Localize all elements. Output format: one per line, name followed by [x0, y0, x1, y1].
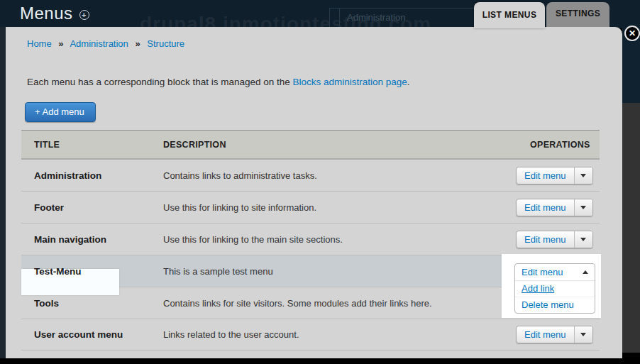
table-row: Main navigation Use this for linking to … [21, 224, 600, 255]
edit-menu-dropdown-open: Edit menu Add link Delete menu [514, 263, 595, 314]
menu-description: Use this for linking to the main site se… [163, 234, 516, 245]
table-row-test-menu: Test-Menu This is a sample test menu Edi… [21, 255, 600, 287]
screen: drupal8.inmotiontesting.com Administrati… [0, 0, 640, 364]
dropdown-item-add-link[interactable]: Add link [515, 281, 595, 297]
menu-title: Main navigation [21, 234, 163, 245]
add-menu-button[interactable]: + Add menu [25, 102, 96, 122]
column-header-description: DESCRIPTION [163, 140, 516, 150]
dropdown-spotlight: Edit menu Add link Delete menu [502, 254, 601, 318]
edit-menu-split-button[interactable]: Edit menu [516, 326, 593, 343]
dropdown-toggle[interactable] [574, 199, 592, 216]
column-header-title: TITLE [21, 140, 163, 150]
caret-down-icon [580, 174, 586, 177]
breadcrumb: Home » Administration » Structure [27, 38, 184, 49]
edit-menu-button[interactable]: Edit menu [517, 231, 574, 248]
menu-title: User account menu [21, 329, 163, 340]
caret-up-icon [583, 270, 588, 274]
breadcrumb-separator: » [135, 38, 140, 49]
edit-menu-button[interactable]: Edit menu [517, 326, 574, 343]
column-header-operations: OPERATIONS [516, 140, 600, 150]
edit-menu-split-button[interactable]: Edit menu [516, 167, 593, 184]
close-overlay-button[interactable]: ✕ [624, 26, 640, 41]
edit-menu-label[interactable]: Edit menu [522, 267, 563, 277]
toolbar-divider [339, 9, 340, 28]
tab-settings[interactable]: SETTINGS [546, 2, 609, 27]
menu-description: Contains links for site visitors. Some m… [163, 298, 516, 309]
caret-down-icon [580, 238, 586, 241]
background-page-left-edge [0, 27, 6, 358]
table-row: Footer Use this for linking to site info… [21, 192, 600, 224]
edit-menu-button[interactable]: Edit menu [517, 199, 574, 216]
menu-description: Links related to the user account. [163, 329, 516, 340]
menu-description: Contains links to administrative tasks. [163, 170, 516, 181]
menus-overlay-panel: Home » Administration » Structure Each m… [6, 27, 622, 358]
tab-list-menus[interactable]: LIST MENUS [474, 2, 545, 28]
operations-cell: Edit menu [516, 231, 600, 248]
background-page-right-edge [622, 103, 640, 353]
intro-text: Each menu has a corresponding block that… [27, 77, 410, 87]
page-title-text: Menus [20, 4, 73, 23]
intro-text-after: . [407, 77, 410, 87]
edit-menu-button[interactable]: Edit menu [515, 264, 595, 281]
blocks-administration-link[interactable]: Blocks administration page [293, 77, 407, 87]
edit-menu-split-button[interactable]: Edit menu [516, 199, 593, 216]
edit-menu-split-button[interactable]: Edit menu [516, 231, 593, 248]
page-title: Menus + [20, 4, 89, 23]
contextual-help-icon[interactable]: + [79, 10, 89, 20]
menu-title: Footer [21, 202, 163, 213]
table-row: User account menu Links related to the u… [21, 319, 600, 351]
menu-description: Use this for linking to site information… [163, 202, 516, 213]
caret-down-icon [580, 206, 586, 209]
menu-title: Test-Menu [34, 266, 82, 277]
menu-title: Administration [21, 170, 163, 181]
caret-down-icon [580, 333, 586, 336]
table-row: Administration Contains links to adminis… [21, 160, 600, 192]
dropdown-item-delete-menu[interactable]: Delete menu [515, 297, 595, 313]
background-toolbar-label: Administration [347, 12, 405, 23]
intro-text-before: Each menu has a corresponding block that… [27, 77, 293, 87]
menu-description: This is a sample test menu [163, 266, 516, 277]
breadcrumb-link-administration[interactable]: Administration [70, 38, 128, 49]
operations-cell: Edit menu [516, 167, 600, 184]
table-header-row: TITLE DESCRIPTION OPERATIONS [21, 130, 600, 160]
operations-cell: Edit menu [516, 199, 600, 216]
edit-menu-button[interactable]: Edit menu [517, 167, 574, 184]
menu-title-highlighted: Test-Menu [21, 266, 163, 277]
menus-table: TITLE DESCRIPTION OPERATIONS Administrat… [21, 130, 600, 351]
breadcrumb-link-structure[interactable]: Structure [147, 38, 184, 49]
dropdown-toggle[interactable] [574, 167, 592, 184]
background-toolbar-tab: Administration [329, 8, 491, 28]
breadcrumb-link-home[interactable]: Home [27, 38, 52, 49]
operations-cell: Edit menu [516, 326, 600, 343]
dropdown-toggle[interactable] [574, 231, 592, 248]
menu-title: Tools [21, 298, 163, 309]
breadcrumb-separator: » [58, 38, 63, 49]
dropdown-toggle[interactable] [574, 326, 592, 343]
